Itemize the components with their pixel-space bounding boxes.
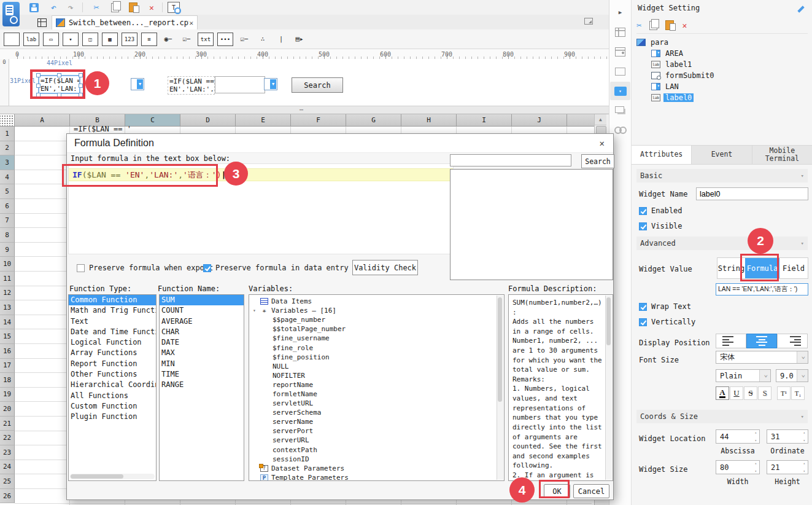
button-widget-icon[interactable]: ▭	[43, 33, 59, 46]
row-header[interactable]: 22	[0, 431, 15, 445]
row-header[interactable]: 24	[0, 460, 15, 475]
abscissa-spinner[interactable]: 44	[716, 429, 760, 444]
row-header[interactable]: 2	[0, 141, 15, 156]
variable-item[interactable]: $$totalPage_number	[249, 324, 504, 334]
ordinate-spinner[interactable]: 31	[767, 429, 808, 444]
function-type-option[interactable]: Custom Function	[69, 401, 156, 412]
dialog-close-icon[interactable]: ✕	[600, 138, 605, 148]
widget-tree-item[interactable]: label1	[636, 59, 808, 70]
horizontal-scrollbar[interactable]	[70, 474, 155, 479]
align-center-button[interactable]	[746, 334, 777, 348]
wrap-text-checkbox[interactable]: Wrap Text	[639, 302, 691, 311]
widget-tree-item[interactable]: para	[636, 37, 808, 48]
ok-button[interactable]: OK	[544, 484, 570, 498]
paste-button[interactable]	[126, 1, 140, 14]
function-type-option[interactable]: Report Function	[69, 359, 156, 369]
paste-widget-button[interactable]	[665, 20, 674, 30]
find-replace-button[interactable]: T	[167, 1, 180, 14]
align-right-button[interactable]	[777, 334, 808, 348]
label1-widget[interactable]: =IF($LAN == ' EN','LAN:','语言：')	[168, 76, 215, 95]
function-name-option[interactable]: COUNT	[160, 305, 244, 316]
function-name-option[interactable]: DATE	[160, 337, 244, 348]
row-header[interactable]: 23	[0, 445, 15, 460]
widget-value-input[interactable]: LAN == 'EN','LAN:','语言：')	[716, 283, 808, 296]
function-search-button[interactable]: Search	[581, 154, 614, 168]
row-header[interactable]: 26	[0, 489, 15, 504]
panel-tab[interactable]: Mobile Terminal	[752, 146, 812, 164]
row-header[interactable]: 19	[0, 388, 15, 402]
search-submit-button[interactable]: Search	[292, 77, 343, 93]
variable-item[interactable]: ▾ Variables – [16]	[249, 306, 504, 315]
function-type-option[interactable]: Text	[69, 316, 156, 327]
select-all-corner[interactable]	[0, 114, 15, 127]
row-header[interactable]: 15	[0, 329, 15, 344]
tab-overflow-icon[interactable]	[584, 18, 593, 25]
section-basic[interactable]: Basic▾	[636, 169, 808, 182]
variable-item[interactable]: serverPort	[249, 426, 504, 436]
variable-item[interactable]: NULL	[249, 362, 504, 371]
date-widget-icon[interactable]: ▦	[102, 33, 118, 46]
font-family-select[interactable]: 宋体	[716, 351, 808, 364]
variable-item[interactable]: NOFILTER	[249, 371, 504, 380]
row-header[interactable]: 14	[0, 315, 15, 330]
pane-splitter[interactable]: ⋯	[0, 106, 611, 114]
rect-widget-icon[interactable]	[610, 62, 630, 80]
function-search-input[interactable]	[450, 154, 571, 166]
variable-item[interactable]: serverName	[249, 417, 504, 426]
strikethrough-button[interactable]: S	[744, 386, 757, 400]
function-name-option[interactable]: MIN	[160, 359, 244, 369]
variable-item[interactable]: serverURL	[249, 436, 504, 445]
column-header[interactable]: F	[291, 114, 346, 127]
expand-arrow-icon[interactable]: ▾	[253, 308, 260, 313]
function-name-option[interactable]: AVERAGE	[160, 316, 244, 327]
panel-tab[interactable]: Event	[692, 146, 752, 164]
checkbox-widget-icon[interactable]: ☑−	[237, 33, 252, 45]
delete-widget-button[interactable]: ✕	[682, 21, 687, 30]
report-widget-icon[interactable]: ▤▸	[292, 33, 307, 45]
variable-item[interactable]: Dataset Parameters	[249, 464, 504, 473]
preserve-export-checkbox[interactable]: Preserve formula when export	[77, 264, 213, 272]
label0-widget-selected[interactable]: =IF($LAN == ' EN','LAN:','语言：')	[38, 75, 80, 94]
variable-item[interactable]: Template Parameters	[249, 473, 504, 481]
variable-item[interactable]: $fine_position	[249, 353, 504, 362]
variable-item[interactable]: Data Items	[249, 297, 504, 306]
save-button[interactable]	[27, 1, 41, 14]
row-header[interactable]: 1	[0, 127, 15, 141]
section-advanced[interactable]: Advanced▾	[636, 237, 808, 250]
area-combobox-widget[interactable]: ▼	[264, 78, 277, 90]
function-type-list[interactable]: Common FunctionMath and Trig FunctionTex…	[68, 294, 157, 481]
widget-tree-item[interactable]: AREA	[636, 48, 808, 59]
subscript-button[interactable]: T₁	[791, 386, 805, 400]
row-header[interactable]: 13	[0, 300, 15, 315]
function-type-option[interactable]: Array Functions	[69, 348, 156, 358]
cut-button[interactable]: ✂	[90, 1, 103, 14]
description-scrollbar[interactable]	[605, 296, 612, 480]
variable-item[interactable]: reportName	[249, 380, 504, 390]
report-block-icon[interactable]	[610, 23, 630, 41]
font-size-select[interactable]: 9.0	[776, 369, 808, 382]
function-name-option[interactable]: SUM	[160, 295, 244, 305]
function-name-list[interactable]: SUMCOUNTAVERAGECHARDATEMAXMINTIMERANGE	[159, 294, 244, 481]
label-widget-icon[interactable]: lab	[23, 33, 39, 46]
lan-combobox-widget[interactable]: ▼	[131, 78, 144, 90]
row-header[interactable]: 16	[0, 344, 15, 359]
variables-scrollbar[interactable]	[497, 296, 503, 480]
value-type-tab[interactable]: Formula	[745, 258, 779, 278]
row-header[interactable]: 17	[0, 359, 15, 374]
edit-pencil-icon[interactable]	[796, 4, 804, 12]
widget-tree-item[interactable]: LAN	[636, 81, 808, 92]
table-info-icon[interactable]	[610, 42, 630, 61]
row-header[interactable]: 5	[0, 184, 15, 199]
document-tab[interactable]: Switch_between..._report.cpt * ✕	[52, 15, 198, 29]
splitter-handle-icon[interactable]: ⋯	[288, 106, 315, 114]
superscript-button[interactable]: T¹	[777, 386, 791, 400]
function-type-option[interactable]: Date and Time Function	[69, 327, 156, 337]
shadow-button[interactable]: S	[758, 386, 771, 400]
variable-item[interactable]: serverSchema	[249, 408, 504, 417]
column-header[interactable]: J	[512, 114, 567, 127]
function-type-option[interactable]: Hierarchical Coordinate	[69, 380, 156, 390]
text-field-icon[interactable]	[4, 33, 20, 46]
cut-widget-button[interactable]: ✂	[636, 20, 641, 30]
copy-button[interactable]	[108, 1, 122, 14]
function-name-option[interactable]: CHAR	[160, 327, 244, 337]
